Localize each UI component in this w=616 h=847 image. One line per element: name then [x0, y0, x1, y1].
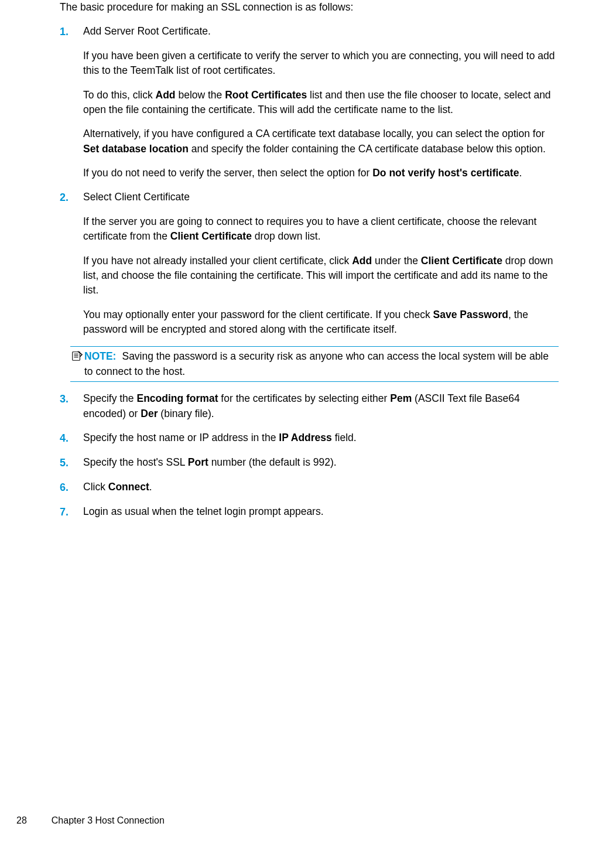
paragraph: If the server you are going to connect t… — [83, 214, 559, 244]
note-text: NOTE:Saving the password is a security r… — [84, 349, 559, 379]
paragraph: Specify the Encoding format for the cert… — [83, 391, 559, 421]
step-5: 5. Specify the host's SSL Port number (t… — [60, 455, 559, 470]
step-1: 1. Add Server Root Certificate. If you h… — [60, 24, 559, 180]
step-number: 1. — [60, 24, 83, 180]
step-number: 3. — [60, 391, 83, 421]
page-number: 28 — [16, 814, 27, 827]
step-body: Specify the Encoding format for the cert… — [83, 391, 559, 421]
paragraph: Login as usual when the telnet login pro… — [83, 504, 559, 519]
chapter-title: Chapter 3 Host Connection — [52, 814, 165, 827]
step-4: 4. Specify the host name or IP address i… — [60, 431, 559, 446]
page-content: The basic procedure for making an SSL co… — [0, 0, 616, 520]
note-box: NOTE:Saving the password is a security r… — [70, 346, 559, 382]
paragraph: If you have not already installed your c… — [83, 254, 559, 298]
paragraph: Specify the host's SSL Port number (the … — [83, 455, 559, 470]
paragraph: If you do not need to verify the server,… — [83, 166, 559, 180]
step-number: 7. — [60, 504, 83, 520]
intro-text: The basic procedure for making an SSL co… — [60, 0, 559, 15]
step-3: 3. Specify the Encoding format for the c… — [60, 391, 559, 421]
step-body: Add Server Root Certificate. If you have… — [83, 24, 559, 180]
step-title: Select Client Certificate — [83, 190, 559, 204]
svg-rect-0 — [73, 352, 80, 361]
step-body: Specify the host's SSL Port number (the … — [83, 455, 559, 470]
step-6: 6. Click Connect. — [60, 480, 559, 495]
paragraph: Specify the host name or IP address in t… — [83, 431, 559, 445]
step-number: 5. — [60, 455, 83, 470]
step-body: Specify the host name or IP address in t… — [83, 431, 559, 446]
paragraph: You may optionally enter your password f… — [83, 308, 559, 337]
step-body: Select Client Certificate If the server … — [83, 190, 559, 337]
paragraph: If you have been given a certificate to … — [83, 49, 559, 78]
note-label: NOTE: — [84, 350, 116, 362]
step-number: 6. — [60, 480, 83, 495]
step-body: Click Connect. — [83, 480, 559, 495]
step-7: 7. Login as usual when the telnet login … — [60, 504, 559, 520]
step-number: 2. — [60, 190, 83, 337]
step-body: Login as usual when the telnet login pro… — [83, 504, 559, 520]
paragraph: To do this, click Add below the Root Cer… — [83, 88, 559, 118]
paragraph: Click Connect. — [83, 480, 559, 494]
paragraph: Alternatively, if you have configured a … — [83, 127, 559, 156]
note-icon — [70, 349, 84, 366]
step-title: Add Server Root Certificate. — [83, 24, 559, 39]
step-number: 4. — [60, 431, 83, 446]
step-2: 2. Select Client Certificate If the serv… — [60, 190, 559, 337]
page-footer: 28 Chapter 3 Host Connection — [16, 814, 165, 827]
